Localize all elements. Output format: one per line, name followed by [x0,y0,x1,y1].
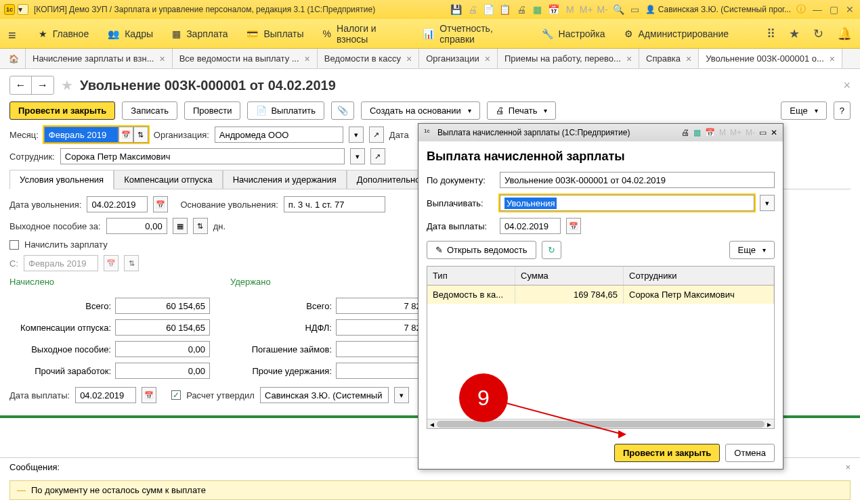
post-and-close-button[interactable]: Провести и закрыть [9,101,115,120]
open-icon[interactable]: ↗ [369,127,384,143]
m-minus-btn[interactable]: M- [746,128,755,137]
pay-button[interactable]: 📄 Выплатить [247,101,324,120]
favorite-icon[interactable]: ★ [61,77,73,93]
col-employees[interactable]: Сотрудники [624,267,774,285]
info-icon[interactable]: ⓘ [795,3,807,16]
post-button[interactable]: Провести [184,101,241,120]
calendar-icon[interactable]: 📅 [142,387,156,403]
dialog-post-close-button[interactable]: Провести и закрыть [614,444,720,462]
vacation-comp-input[interactable] [115,319,210,336]
tab-4[interactable]: Приемы на работу, перево...× [498,49,639,68]
dialog-more-button[interactable]: Еще ▾ [729,241,775,259]
apps-icon[interactable]: ⠿ [767,26,775,41]
dialog-pay-date-input[interactable] [500,218,561,234]
refresh-button[interactable]: ↻ [542,241,561,259]
other-income-input[interactable] [115,363,210,379]
star-icon[interactable]: ★ [789,26,800,41]
tab-close-icon[interactable]: × [159,53,165,64]
doc-icon[interactable]: 📄 [483,3,495,16]
create-based-button[interactable]: Создать на основании▾ [361,101,480,120]
messages-close-icon[interactable]: × [845,462,851,472]
copy-icon[interactable]: 📋 [499,3,511,16]
close-icon[interactable]: ✕ [771,128,777,137]
calendar-icon[interactable]: 📅 [548,3,560,16]
open-sheet-button[interactable]: ✎ Открыть ведомость [427,241,536,259]
stepper-icon[interactable]: ⇅ [133,127,148,143]
reason-input[interactable] [284,196,385,212]
nav-payments[interactable]: 💳 Выплаты [246,28,303,39]
stepper-icon[interactable]: ⇅ [193,218,208,234]
window-menu-icon[interactable]: ▾ [18,4,28,15]
calc-icon[interactable]: ▦ [532,3,544,16]
print-icon[interactable]: 🖨 [681,128,689,137]
nav-staff[interactable]: 👥 Кадры [108,28,153,39]
print-button[interactable]: 🖨 Печать▾ [487,101,557,120]
user-label[interactable]: 👤 Савинская З.Ю. (Системный прог... [645,5,791,14]
ftab-accruals[interactable]: Начисления и удержания [223,170,347,189]
month-input[interactable] [44,127,119,143]
loans-input[interactable] [336,341,431,357]
severance2-input[interactable] [115,341,210,357]
dismiss-date-input[interactable] [87,196,148,212]
tab-close-icon[interactable]: × [485,53,490,64]
calendar-icon[interactable]: 📅 [566,218,581,234]
tab-close-icon[interactable]: × [686,53,691,64]
tab-6[interactable]: Увольнение 00ЗК-000001 о...× [699,49,842,68]
help-button[interactable]: ? [834,101,851,120]
nav-main[interactable]: ★ Главное [39,28,89,39]
history-icon[interactable]: ↻ [813,26,823,41]
by-doc-input[interactable] [500,172,775,188]
pay-type-input[interactable]: Увольнения [500,195,754,211]
tab-5[interactable]: Справка× [639,49,699,68]
tab-3[interactable]: Организации× [419,49,498,68]
calc-salary-checkbox[interactable] [9,240,19,250]
total-withheld-input[interactable] [336,298,431,314]
calendar-icon[interactable]: 📅 [119,127,133,143]
tab-close-icon[interactable]: × [626,53,632,64]
employee-input[interactable] [60,148,345,164]
dropdown-icon[interactable]: ▾ [350,148,365,164]
col-sum[interactable]: Сумма [515,267,624,285]
save-icon[interactable]: 💾 [450,3,463,16]
back-button[interactable]: ← [10,76,32,94]
calc-icon[interactable]: ▦ [693,128,701,137]
m-minus-btn[interactable]: M- [597,3,609,16]
tab-2[interactable]: Ведомости в кассу× [318,49,419,68]
close-icon[interactable]: ✕ [844,3,856,16]
message-row[interactable]: — По документу не осталось сумм к выплат… [9,480,851,500]
m-plus-btn[interactable]: M+ [730,128,741,137]
attach-button[interactable]: 📎 [331,101,354,120]
ftab-conditions[interactable]: Условия увольнения [9,170,114,189]
approved-by-input[interactable] [260,387,389,403]
open-icon[interactable]: ↗ [370,148,385,164]
scroll-left-icon[interactable]: ◄ [427,419,437,429]
nav-settings[interactable]: 🔧 Настройка [542,28,605,39]
ftab-vacation[interactable]: Компенсации отпуска [114,170,223,189]
minimize-icon[interactable]: — [811,3,823,16]
org-input[interactable] [215,127,343,143]
print-icon[interactable]: 🖨 [467,3,479,16]
tab-close-icon[interactable]: × [830,53,835,64]
severance-input[interactable] [106,218,167,234]
tab-close-icon[interactable]: × [406,53,412,64]
write-button[interactable]: Записать [122,101,177,120]
menu-icon[interactable]: ≡ [8,28,20,40]
dropdown-icon[interactable]: ▾ [760,195,775,211]
nav-salary[interactable]: ▦ Зарплата [172,28,228,39]
col-type[interactable]: Тип [427,267,515,285]
dropdown-icon[interactable]: ▾ [349,127,364,143]
calendar-icon[interactable]: 📅 [153,196,168,212]
ndfl-input[interactable] [336,319,431,336]
table-row[interactable]: Ведомость в ка... 169 784,65 Сорока Петр… [427,285,774,304]
zoom-in-icon[interactable]: 🔍 [613,3,625,16]
dropdown-icon[interactable]: ▾ [394,387,409,403]
tab-close-icon[interactable]: × [305,53,310,64]
approved-checkbox[interactable] [171,390,181,400]
print2-icon[interactable]: 🖨 [515,3,528,16]
m-btn[interactable]: M [719,128,726,137]
home-tab[interactable]: 🏠 [3,49,26,68]
dialog-cancel-button[interactable]: Отмена [725,444,775,462]
tab-0[interactable]: Начисление зарплаты и взн...× [26,49,173,68]
bell-icon[interactable]: 🔔 [837,26,852,41]
total-accrued-input[interactable] [115,298,210,314]
